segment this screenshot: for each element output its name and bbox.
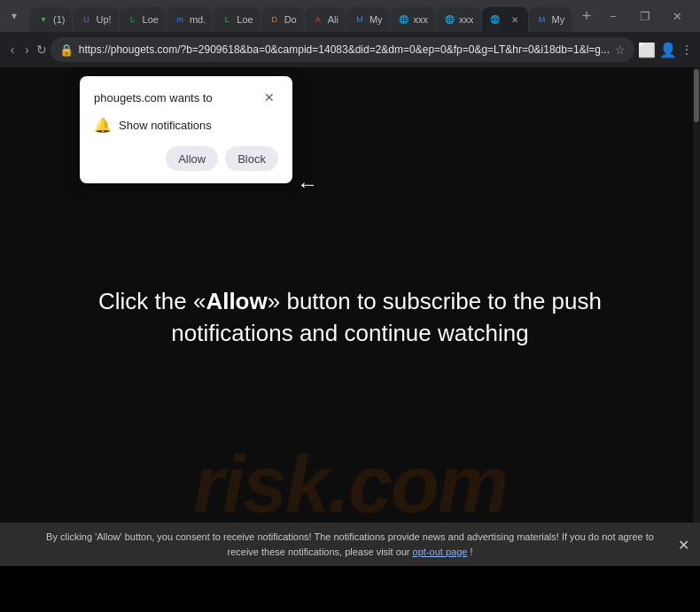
new-tab-button[interactable]: + <box>574 4 599 28</box>
minimize-button[interactable]: − <box>601 7 626 25</box>
nav-bar: ‹ › ↻ 🔒 https://phougets.com/?b=2909618&… <box>0 32 700 67</box>
popup-close-button[interactable]: ✕ <box>261 89 278 106</box>
tabs-list: ▼ (1) U Up! L Loe m md. L Loe <box>30 0 572 32</box>
reload-button[interactable]: ↻ <box>36 37 47 62</box>
menu-button[interactable]: ⋮ <box>681 37 693 62</box>
address-bar-icons: ☆ <box>615 43 626 57</box>
tab-10[interactable]: 🌐 xxx <box>436 7 481 32</box>
tab-9-label: xxx <box>414 14 429 25</box>
tab-10-favicon: 🌐 <box>443 13 455 26</box>
page-content: risk.com Click the «Allow» button to sub… <box>0 67 700 566</box>
tab-4-favicon: m <box>174 13 186 26</box>
tab-1-favicon: ▼ <box>37 13 50 26</box>
tab-6[interactable]: D Do <box>261 7 304 32</box>
tab-12-label: My <box>552 14 565 25</box>
popup-header: phougets.com wants to ✕ <box>94 89 278 106</box>
forward-button[interactable]: › <box>21 37 32 62</box>
tab-8[interactable]: M My <box>346 7 390 32</box>
bell-icon: 🔔 <box>94 117 112 134</box>
tab-7-favicon: A <box>312 13 324 26</box>
tab-7-label: Ali <box>328 14 338 25</box>
scrollbar-thumb <box>694 69 699 122</box>
profile-button[interactable]: 👤 <box>659 37 677 62</box>
tab-7[interactable]: A Ali <box>305 7 346 32</box>
tab-5-label: Loe <box>237 14 253 25</box>
tab-11-close-icon[interactable]: ✕ <box>509 13 521 26</box>
tab-8-label: My <box>369 14 383 25</box>
bookmark-icon[interactable]: ☆ <box>615 43 626 57</box>
tab-8-favicon: M <box>354 13 366 26</box>
extensions-button[interactable]: ⬜ <box>638 37 656 62</box>
window-controls: − ❐ ✕ <box>601 7 696 25</box>
tab-10-label: xxx <box>459 14 474 25</box>
address-text: https://phougets.com/?b=2909618&ba=0&cam… <box>79 43 610 56</box>
tab-5-favicon: L <box>221 13 233 26</box>
main-page-text: Click the «Allow» button to subscribe to… <box>40 284 660 349</box>
tab-2-favicon: U <box>80 13 92 26</box>
tab-bar-controls: ▾ <box>4 5 25 27</box>
popup-notification-text: Show notifications <box>119 119 212 132</box>
tab-9[interactable]: 🌐 xxx <box>391 7 436 32</box>
tab-1-label: (1) <box>53 14 65 25</box>
popup-buttons: Allow Block <box>94 146 278 171</box>
tab-9-favicon: 🌐 <box>398 13 410 26</box>
opt-out-link[interactable]: opt-out page <box>413 546 468 557</box>
bottom-bar-close-button[interactable]: ✕ <box>678 536 689 553</box>
tab-4[interactable]: m md. <box>167 7 213 32</box>
bottom-notification-bar: By clicking 'Allow' button, you consent … <box>0 523 700 566</box>
arrow-indicator: ← <box>297 172 318 197</box>
lock-icon: 🔒 <box>59 43 74 57</box>
tab-12-favicon: M <box>536 13 548 26</box>
bottom-bar-exclamation: ! <box>470 546 472 557</box>
scrollbar[interactable] <box>693 67 700 566</box>
tab-1[interactable]: ▼ (1) <box>30 7 72 32</box>
tab-11-active[interactable]: 🌐 ✕ <box>482 7 528 32</box>
main-text-before: Click the « <box>98 287 206 314</box>
tab-11-favicon: 🌐 <box>489 13 502 26</box>
block-button[interactable]: Block <box>225 146 278 171</box>
maximize-button[interactable]: ❐ <box>633 7 657 25</box>
tab-3[interactable]: L Loe <box>120 7 166 32</box>
notification-popup: phougets.com wants to ✕ 🔔 Show notificat… <box>80 76 292 183</box>
allow-button[interactable]: Allow <box>166 146 218 171</box>
browser-chrome: ▾ ▼ (1) U Up! L Loe m md. <box>0 0 700 67</box>
tab-3-favicon: L <box>127 13 139 26</box>
back-button[interactable]: ‹ <box>7 37 18 62</box>
popup-notification-row: 🔔 Show notifications <box>94 117 278 134</box>
tab-4-label: md. <box>190 14 206 25</box>
tab-2-label: Up! <box>96 14 111 25</box>
tab-5[interactable]: L Loe <box>214 7 260 32</box>
tab-6-label: Do <box>284 14 297 25</box>
tab-list-button[interactable]: ▾ <box>4 5 25 27</box>
allow-highlight: Allow <box>206 287 267 314</box>
close-window-button[interactable]: ✕ <box>665 7 689 25</box>
popup-title: phougets.com wants to <box>94 91 213 105</box>
address-bar[interactable]: 🔒 https://phougets.com/?b=2909618&ba=0&c… <box>51 37 634 62</box>
tab-2[interactable]: U Up! <box>73 7 118 32</box>
tab-6-favicon: D <box>268 13 281 26</box>
watermark: risk.com <box>193 439 507 531</box>
tab-bar: ▾ ▼ (1) U Up! L Loe m md. <box>0 0 700 32</box>
tab-3-label: Loe <box>143 14 159 25</box>
bottom-bar-text: By clicking 'Allow' button, you consent … <box>46 531 654 557</box>
tab-12[interactable]: M My <box>529 7 572 32</box>
